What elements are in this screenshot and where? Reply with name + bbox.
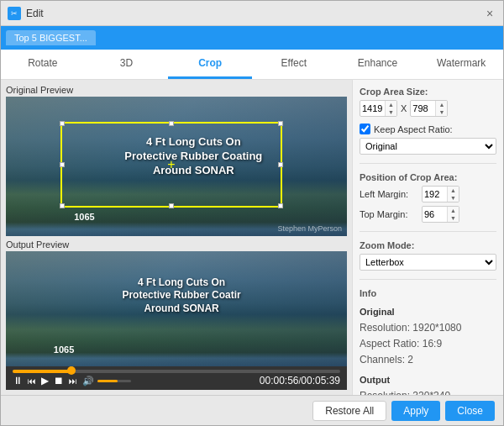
total-time: 00:05:39 xyxy=(301,375,340,387)
zoom-mode-section: Zoom Mode: Letterbox Pan & Scan Full xyxy=(360,240,496,271)
play-button[interactable]: ▶ xyxy=(41,375,49,387)
progress-thumb[interactable] xyxy=(67,366,76,375)
original-video-text: 4 Ft Long Cuts OnProtective Rubber Coati… xyxy=(74,135,312,178)
right-panel: Crop Area Size: ▲ ▼ X ▲ ▼ xyxy=(352,80,503,395)
original-aspect: Aspect Ratio: 16:9 xyxy=(360,336,496,352)
watermark-text: Stephen MyPerson xyxy=(277,224,342,233)
play-pause-button[interactable]: ⏸ xyxy=(13,375,23,387)
volume-fill xyxy=(97,380,118,382)
output-preview-label: Output Preview xyxy=(6,239,347,250)
aspect-ratio-select[interactable]: Original 16:9 4:3 1:1 xyxy=(360,138,496,155)
titlebar: ✂ Edit × xyxy=(1,1,503,26)
keep-aspect-checkbox[interactable] xyxy=(360,124,370,134)
top-margin-label: Top Margin: xyxy=(360,209,418,219)
top-margin-spinner: ▲ ▼ xyxy=(447,207,459,222)
original-channels: Channels: 2 xyxy=(360,352,496,368)
left-up[interactable]: ▲ xyxy=(448,187,459,194)
window-title: Edit xyxy=(26,8,483,19)
original-preview-box: Stephen MyPerson + xyxy=(6,97,347,236)
tab-rotate[interactable]: Rotate xyxy=(1,50,85,79)
main-content: Original Preview Stephen MyPerson xyxy=(1,80,503,395)
stop-button[interactable]: ⏹ xyxy=(54,375,64,387)
tab-crop[interactable]: Crop xyxy=(168,50,252,79)
height-down[interactable]: ▼ xyxy=(436,108,447,116)
close-button[interactable]: Close xyxy=(445,401,495,421)
divider-1 xyxy=(360,163,496,164)
video-controls: ⏸ ⏮ ▶ ⏹ ⏭ 🔊 00:00:56/00:05:39 xyxy=(6,366,347,390)
position-title: Position of Crop Area: xyxy=(360,172,496,182)
info-title: Info xyxy=(360,288,496,298)
output-video-text: 4 Ft Long Cuts OnProtective Rubber Coati… xyxy=(33,276,329,316)
left-margin-spinner: ▲ ▼ xyxy=(447,187,459,202)
crop-size-row: ▲ ▼ X ▲ ▼ xyxy=(360,100,496,117)
keep-aspect-label: Keep Aspect Ratio: xyxy=(374,124,453,134)
height-up[interactable]: ▲ xyxy=(436,101,447,108)
height-spinner: ▲ ▼ xyxy=(435,101,447,116)
bottom-bar: Restore All Apply Close xyxy=(1,395,503,425)
apply-button[interactable]: Apply xyxy=(391,401,440,421)
output-resolution: Resolution: 320*240 xyxy=(360,388,496,395)
tab-effect[interactable]: Effect xyxy=(252,50,336,79)
crop-height-input[interactable]: ▲ ▼ xyxy=(410,100,448,117)
zoom-mode-select[interactable]: Letterbox Pan & Scan Full xyxy=(360,254,496,271)
rewind-button[interactable]: ⏮ xyxy=(28,376,36,386)
crop-width-input[interactable]: ▲ ▼ xyxy=(360,100,397,117)
tab-3d[interactable]: 3D xyxy=(85,50,169,79)
output-ship-number: 1065 xyxy=(54,344,74,355)
zoom-mode-title: Zoom Mode: xyxy=(360,240,496,250)
main-window: ✂ Edit × Top 5 BIGGEST... Rotate 3D Crop… xyxy=(0,0,504,426)
top-margin-row: Top Margin: ▲ ▼ xyxy=(360,206,496,223)
top-margin-input[interactable]: ▲ ▼ xyxy=(422,206,459,223)
volume-container: 🔊 xyxy=(82,376,131,387)
tab-watermark[interactable]: Watermark xyxy=(419,50,503,79)
forward-button[interactable]: ⏭ xyxy=(69,376,77,386)
original-preview-label: Original Preview xyxy=(6,85,347,95)
left-margin-input[interactable]: ▲ ▼ xyxy=(422,186,459,202)
top-up[interactable]: ▲ xyxy=(448,207,459,214)
output-preview-box: 4 Ft Long Cuts OnProtective Rubber Coati… xyxy=(6,251,347,367)
left-down[interactable]: ▼ xyxy=(448,194,459,202)
crop-area-size-title: Crop Area Size: xyxy=(360,87,496,97)
width-down[interactable]: ▼ xyxy=(386,108,396,116)
top-down[interactable]: ▼ xyxy=(448,214,459,222)
original-preview-section: Original Preview Stephen MyPerson xyxy=(6,85,347,236)
file-tab[interactable]: Top 5 BIGGEST... xyxy=(6,30,96,45)
tab-enhance[interactable]: Enhance xyxy=(336,50,420,79)
volume-bar[interactable] xyxy=(97,380,131,382)
progress-bar[interactable] xyxy=(13,370,340,373)
volume-icon[interactable]: 🔊 xyxy=(82,376,94,387)
restore-all-button[interactable]: Restore All xyxy=(312,401,386,421)
progress-fill xyxy=(13,370,71,373)
divider-2 xyxy=(360,231,496,232)
left-margin-label: Left Margin: xyxy=(360,189,418,199)
output-heading: Output xyxy=(360,373,496,388)
original-heading: Original xyxy=(360,305,496,320)
original-resolution: Resolution: 1920*1080 xyxy=(360,320,496,336)
divider-3 xyxy=(360,279,496,280)
width-up[interactable]: ▲ xyxy=(386,101,396,108)
position-section: Position of Crop Area: Left Margin: ▲ ▼ … xyxy=(360,172,496,223)
app-icon: ✂ xyxy=(8,7,21,20)
left-margin-row: Left Margin: ▲ ▼ xyxy=(360,186,496,202)
ship-number: 1065 xyxy=(74,212,94,222)
info-content: Original Resolution: 1920*1080 Aspect Ra… xyxy=(360,302,496,395)
x-separator: X xyxy=(401,103,407,113)
current-time: 00:00:56 xyxy=(260,375,299,387)
aspect-ratio-section: Keep Aspect Ratio: Original 16:9 4:3 1:1 xyxy=(360,124,496,155)
controls-row: ⏸ ⏮ ▶ ⏹ ⏭ 🔊 00:00:56/00:05:39 xyxy=(13,375,340,387)
file-tab-bar: Top 5 BIGGEST... xyxy=(1,26,503,50)
info-section: Info Original Resolution: 1920*1080 Aspe… xyxy=(360,288,496,395)
width-spinner: ▲ ▼ xyxy=(385,101,396,116)
preview-area: Original Preview Stephen MyPerson xyxy=(1,80,352,395)
output-preview-section: Output Preview 4 Ft Long Cuts OnProtecti… xyxy=(6,239,347,391)
crop-area-size-section: Crop Area Size: ▲ ▼ X ▲ ▼ xyxy=(360,87,496,117)
tabs-bar: Rotate 3D Crop Effect Enhance Watermark xyxy=(1,50,503,80)
time-display: 00:00:56/00:05:39 xyxy=(260,375,340,387)
close-window-button[interactable]: × xyxy=(483,7,496,20)
keep-aspect-row: Keep Aspect Ratio: xyxy=(360,124,496,134)
